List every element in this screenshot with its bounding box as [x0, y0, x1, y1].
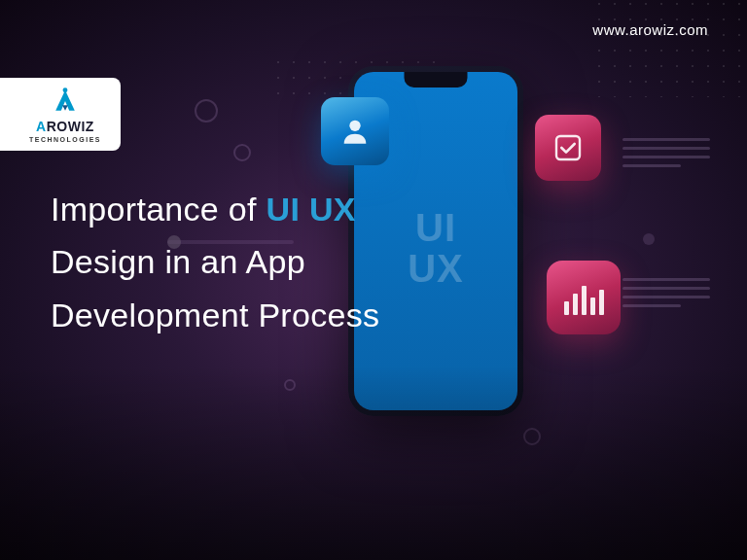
- phone-screen-label: UI UX: [408, 207, 464, 289]
- bar-icon: [573, 294, 578, 315]
- website-url: www.arowiz.com: [592, 21, 708, 38]
- headline: Importance of UI UX Design in an App Dev…: [51, 183, 379, 341]
- arowiz-logo-icon: [52, 88, 79, 115]
- headline-part2: Design in an App: [51, 235, 379, 288]
- profile-card-icon: [321, 97, 389, 165]
- svg-point-1: [349, 121, 360, 131]
- bar-icon: [564, 301, 569, 315]
- decorative-text-lines: [622, 138, 710, 167]
- svg-rect-2: [556, 136, 580, 159]
- bar-icon: [599, 290, 604, 315]
- checkbox-icon: [552, 132, 584, 163]
- headline-part3: Development Process: [51, 289, 379, 341]
- decorative-dots: [591, 0, 747, 97]
- headline-part1: Importance of: [51, 191, 267, 228]
- decorative-circle: [195, 99, 218, 122]
- bar-icon: [590, 298, 595, 315]
- decorative-circle: [284, 379, 296, 391]
- bar-icon: [582, 286, 587, 315]
- logo-badge: AROWIZ TECHNOLOGIES: [0, 78, 121, 151]
- headline-highlight: UI UX: [267, 191, 356, 228]
- decorative-circle: [643, 233, 655, 245]
- decorative-circle: [523, 428, 541, 445]
- phone-notch: [405, 72, 468, 88]
- decorative-text-lines: [622, 278, 710, 307]
- logo-subtitle: TECHNOLOGIES: [29, 136, 101, 143]
- chart-card-icon: [547, 261, 621, 334]
- logo-name: AROWIZ: [36, 119, 94, 134]
- svg-point-0: [63, 88, 68, 92]
- check-card-icon: [535, 115, 601, 181]
- decorative-circle: [233, 144, 251, 161]
- person-icon: [338, 115, 372, 148]
